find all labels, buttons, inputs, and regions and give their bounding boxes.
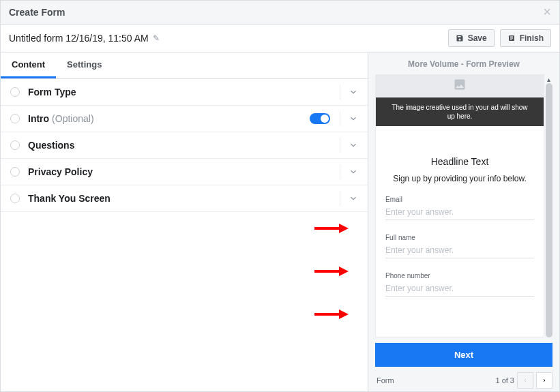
finish-button[interactable]: Finish	[500, 29, 551, 47]
status-circle-icon	[10, 114, 20, 123]
section-privacy-policy[interactable]: Privacy Policy	[1, 159, 368, 185]
section-intro[interactable]: Intro (Optional)	[1, 106, 368, 132]
form-name[interactable]: Untitled form 12/16/19, 11:50 AM	[9, 33, 149, 44]
divider	[340, 138, 340, 153]
section-thank-you[interactable]: Thank You Screen	[1, 185, 368, 212]
section-label: Form Type	[28, 87, 76, 97]
save-label: Save	[468, 33, 487, 43]
preview-headline: Headline Text	[385, 156, 534, 167]
field-label: Full name	[385, 234, 534, 241]
image-banner-text: The image creative used in your ad will …	[376, 97, 544, 126]
field-label: Email	[385, 196, 534, 203]
status-circle-icon	[10, 140, 20, 150]
pager-position: 1 of 3	[495, 376, 514, 385]
field-placeholder: Enter your answer.	[385, 284, 534, 297]
section-label: Questions	[28, 140, 74, 151]
chevron-down-icon[interactable]	[349, 140, 358, 150]
divider	[340, 164, 340, 179]
annotation-arrow	[314, 267, 349, 276]
status-circle-icon	[10, 167, 20, 177]
preview-subhead: Sign up by providing your info below.	[385, 174, 534, 183]
chevron-right-icon	[542, 377, 547, 384]
divider	[340, 85, 340, 100]
chevron-down-icon[interactable]	[349, 194, 358, 203]
close-icon[interactable]: ×	[543, 5, 551, 18]
intro-toggle[interactable]	[310, 113, 330, 124]
section-form-type[interactable]: Form Type	[1, 79, 368, 106]
section-label: Intro	[28, 113, 49, 124]
preview-field-phone: Phone number Enter your answer.	[385, 272, 534, 297]
scroll-up-icon[interactable]: ▴	[544, 74, 552, 83]
status-circle-icon	[10, 87, 20, 97]
section-questions[interactable]: Questions	[1, 132, 368, 159]
form-preview: The image creative used in your ad will …	[375, 74, 544, 337]
pencil-icon[interactable]: ✎	[153, 33, 160, 43]
save-icon	[456, 34, 464, 42]
preview-field-fullname: Full name Enter your answer.	[385, 234, 534, 258]
tab-content[interactable]: Content	[1, 52, 56, 78]
pager-label: Form	[377, 376, 394, 385]
chevron-down-icon[interactable]	[349, 167, 358, 177]
dialog-title: Create Form	[9, 7, 65, 18]
status-circle-icon	[10, 194, 20, 203]
annotation-arrow	[314, 224, 349, 233]
chevron-down-icon[interactable]	[349, 114, 358, 123]
field-placeholder: Enter your answer.	[385, 207, 534, 220]
field-label: Phone number	[385, 272, 534, 280]
pager-next-button[interactable]	[536, 372, 552, 389]
brand-placeholder	[385, 133, 534, 147]
finish-icon	[507, 34, 516, 42]
field-placeholder: Enter your answer.	[385, 245, 534, 258]
section-label: Privacy Policy	[28, 166, 93, 177]
tab-settings[interactable]: Settings	[56, 52, 113, 78]
finish-label: Finish	[520, 33, 544, 43]
section-label: Thank You Screen	[28, 193, 110, 204]
image-placeholder-icon	[451, 75, 469, 97]
annotation-arrow	[314, 310, 349, 319]
chevron-down-icon[interactable]	[349, 87, 358, 97]
chevron-left-icon	[522, 377, 528, 384]
preview-next-button[interactable]: Next	[375, 343, 552, 367]
preview-field-email: Email Enter your answer.	[385, 196, 534, 220]
preview-header: More Volume - Form Preview	[368, 52, 559, 74]
optional-label: (Optional)	[52, 113, 93, 124]
save-button[interactable]: Save	[448, 29, 495, 47]
pager-prev-button[interactable]	[517, 372, 533, 389]
scrollbar[interactable]	[546, 83, 552, 337]
divider	[340, 111, 340, 126]
divider	[340, 191, 340, 206]
